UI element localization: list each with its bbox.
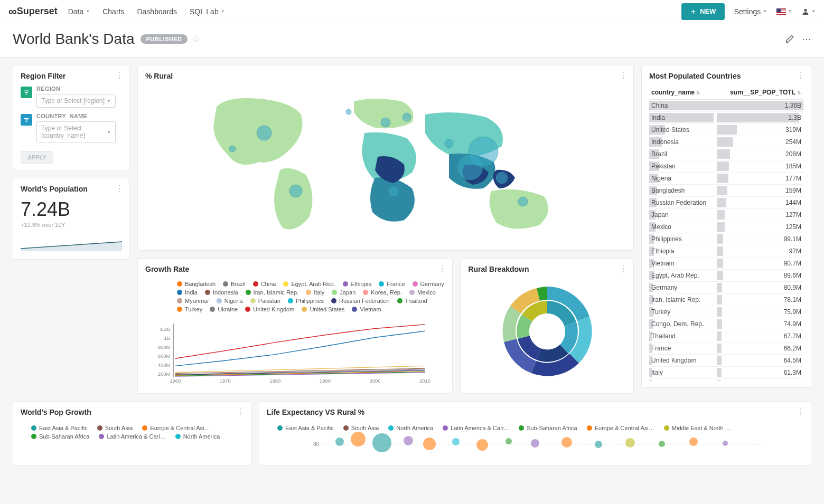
legend-item[interactable]: Myanmar — [177, 298, 209, 304]
table-row[interactable]: Mexico125M — [649, 221, 803, 233]
legend-item[interactable]: Korea, Rep. — [363, 289, 402, 296]
pop-growth-legend: East Asia & PacificSouth AsiaEurope & Ce… — [21, 422, 244, 440]
svg-point-16 — [445, 139, 453, 148]
legend-item[interactable]: Ukraine — [210, 306, 238, 312]
edit-icon[interactable] — [785, 34, 794, 44]
table-row[interactable]: Italy61.3M — [649, 367, 803, 379]
legend-item[interactable]: Pakistan — [250, 298, 280, 304]
card-menu-icon[interactable]: ⋮ — [619, 71, 628, 81]
table-row[interactable]: Turkey75.9M — [649, 306, 803, 318]
legend-item[interactable]: North America — [388, 425, 433, 431]
table-row[interactable]: Bangladesh159M — [649, 185, 803, 197]
table-row[interactable]: Russian Federation144M — [649, 197, 803, 209]
legend-item[interactable]: Japan — [332, 289, 355, 296]
legend-item[interactable]: Philippines — [288, 298, 324, 304]
table-row[interactable]: Congo, Dem. Rep.74.9M — [649, 318, 803, 330]
table-row[interactable]: India1.3B — [649, 112, 803, 124]
table-row[interactable]: Brazil206M — [649, 148, 803, 160]
table-row[interactable]: Iran, Islamic Rep.78.1M — [649, 294, 803, 306]
country-placeholder: Type or Select [country_name] — [41, 125, 107, 139]
locale-flag[interactable]: ▼ — [776, 8, 792, 15]
svg-point-48 — [723, 441, 728, 446]
table-row[interactable]: United States319M — [649, 124, 803, 136]
legend-item[interactable]: Mexico — [409, 289, 436, 296]
legend-item[interactable]: Italy — [306, 289, 324, 296]
apply-button[interactable]: APPLY — [21, 151, 53, 164]
legend-item[interactable]: Russian Federation — [331, 298, 389, 304]
card-menu-icon[interactable]: ⋮ — [115, 71, 124, 81]
table-row[interactable]: Philippines99.1M — [649, 233, 803, 245]
table-row[interactable]: Germany80.9M — [649, 282, 803, 294]
legend-item[interactable]: India — [177, 289, 198, 296]
table-row[interactable]: Vietnam90.7M — [649, 258, 803, 270]
legend-item[interactable]: Latin America & Cari… — [443, 425, 509, 431]
legend-item[interactable]: Sub-Saharan Africa — [31, 433, 89, 440]
table-row[interactable]: United Kingdom64.5M — [649, 355, 803, 367]
card-menu-icon[interactable]: ⋮ — [619, 264, 628, 274]
svg-point-15 — [518, 197, 528, 206]
legend-item[interactable]: Germany — [413, 281, 444, 287]
col-pop[interactable]: sum__SP_POP_TOTL⇅ — [717, 85, 803, 100]
header-actions: ⋯ — [785, 33, 811, 45]
legend-item[interactable]: Vietnam — [352, 306, 381, 312]
table-row[interactable]: France66.2M — [649, 343, 803, 355]
legend-item[interactable]: East Asia & Pacific — [277, 425, 334, 431]
table-row[interactable]: Nigeria177M — [649, 173, 803, 185]
table-row[interactable]: Thailand67.7M — [649, 330, 803, 343]
legend-item[interactable]: China — [253, 281, 276, 287]
svg-point-43 — [561, 437, 572, 448]
legend-item[interactable]: Ethiopia — [343, 281, 372, 287]
card-menu-icon[interactable]: ⋮ — [237, 407, 246, 417]
legend-item[interactable]: Europe & Central Asi… — [142, 425, 210, 431]
legend-item[interactable]: Indonesia — [205, 289, 238, 296]
legend-item[interactable]: South Asia — [97, 425, 133, 431]
legend-item[interactable]: Turkey — [177, 306, 202, 312]
legend-item[interactable]: Egypt, Arab Rep. — [283, 281, 335, 287]
brand-logo[interactable]: ∞ Superset — [8, 5, 58, 18]
nav-charts[interactable]: Charts — [102, 7, 124, 16]
legend-item[interactable]: South Asia — [343, 425, 379, 431]
sort-icon: ⇅ — [797, 90, 801, 96]
legend-item[interactable]: East Asia & Pacific — [31, 425, 88, 431]
new-button[interactable]: ＋NEW — [681, 3, 724, 20]
more-menu-icon[interactable]: ⋯ — [802, 33, 811, 45]
settings-menu[interactable]: Settings▼ — [734, 7, 767, 16]
table-row[interactable]: Egypt, Arab Rep.89.6M — [649, 270, 803, 282]
rural-map-title: % Rural — [145, 72, 626, 80]
legend-item[interactable]: Thailand — [397, 298, 427, 304]
legend-item[interactable]: North America — [175, 433, 220, 440]
table-row[interactable]: Indonesia254M — [649, 136, 803, 148]
user-menu[interactable]: ▼ — [801, 7, 816, 16]
table-row[interactable]: Pakistan185M — [649, 160, 803, 173]
legend-item[interactable]: United States — [302, 306, 344, 312]
col-country[interactable]: country_name⇅ — [649, 85, 717, 100]
legend-item[interactable]: France — [379, 281, 405, 287]
svg-text:800M: 800M — [158, 344, 171, 350]
legend-item[interactable]: Brazil — [223, 281, 246, 287]
legend-item[interactable]: Iran, Islamic Rep. — [246, 289, 299, 296]
table-row[interactable]: Japan127M — [649, 209, 803, 221]
card-menu-icon[interactable]: ⋮ — [115, 184, 124, 194]
nav-dashboards[interactable]: Dashboards — [137, 7, 177, 16]
table-row[interactable]: South Africa54M — [649, 379, 803, 382]
legend-item[interactable]: Sub-Saharan Africa — [519, 425, 577, 431]
card-menu-icon[interactable]: ⋮ — [797, 71, 806, 81]
country-select[interactable]: Type or Select [country_name] ▼ — [36, 121, 116, 142]
legend-item[interactable]: Latin America & Cari… — [99, 433, 165, 440]
legend-item[interactable]: Nigeria — [217, 298, 243, 304]
nav-items: Data▼ Charts Dashboards SQL Lab▼ — [68, 7, 682, 16]
card-menu-icon[interactable]: ⋮ — [797, 407, 806, 417]
nav-data[interactable]: Data▼ — [68, 7, 90, 16]
legend-item[interactable]: Middle East & North … — [664, 425, 731, 431]
published-badge: PUBLISHED — [141, 34, 187, 44]
favorite-star-icon[interactable]: ☆ — [192, 33, 200, 45]
nav-sqllab[interactable]: SQL Lab▼ — [190, 7, 225, 16]
card-menu-icon[interactable]: ⋮ — [438, 264, 447, 274]
region-select[interactable]: Type or Select [region] ▼ — [36, 94, 116, 108]
legend-item[interactable]: Bangladesh — [177, 281, 216, 287]
legend-item[interactable]: United Kingdom — [245, 306, 294, 312]
table-row[interactable]: Ethiopia97M — [649, 245, 803, 258]
svg-text:1B: 1B — [164, 335, 171, 341]
legend-item[interactable]: Europe & Central Asi… — [587, 425, 654, 431]
table-row[interactable]: China1.36B — [649, 100, 803, 112]
